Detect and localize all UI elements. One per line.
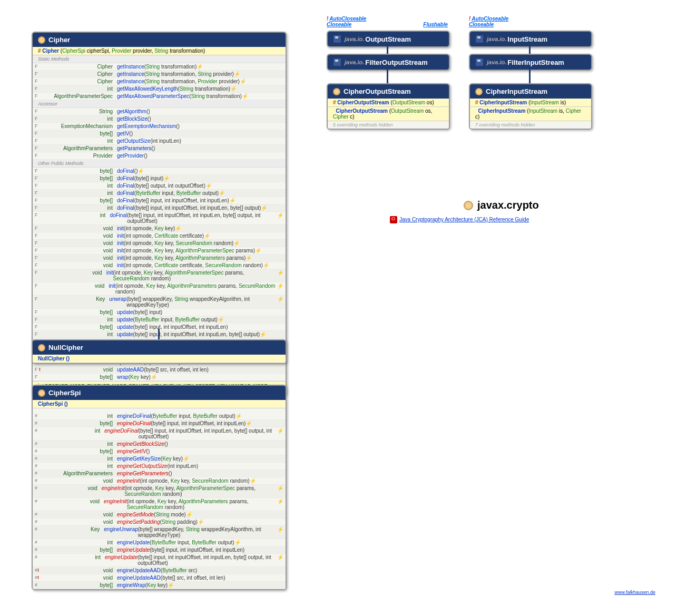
cipherinputstream-box: CipherInputStream # CipherInputStream (I… [469,83,592,130]
method-row: #voidengineInit (int opmode, Key key, Al… [33,485,286,498]
footer-link[interactable]: www.falkhausen.de [614,590,655,595]
method-row: #AlgorithmParametersengineGetParameters … [33,470,286,477]
static-section-label: Static Methods [33,55,286,63]
method-row: #intengineDoFinal (byte[] input, int inp… [33,427,286,441]
disk-icon [333,35,341,43]
method-row: FCiphergetInstance (String transformatio… [33,63,286,71]
cipher-title: Cipher [48,36,70,44]
nullcipher-constructor: NullCipher () [33,355,286,363]
method-row: #byte[]engineWrap (Key key) ⚡ [33,582,286,589]
method-row: FExemptionMechanismgetExemptionMechanism… [33,123,286,130]
cos-cons-2: CipherOutputStream (OutputStream os, Cip… [328,107,449,121]
method-row: #voidengineSetMode (String mode) ⚡ [33,511,286,519]
cipherspi-header: CipherSpi [33,386,286,400]
reference-link[interactable]: Java Cryptography Architecture (JCA) Ref… [390,216,529,223]
other-section-label: Other Public Methods [33,160,286,168]
inputstream-interfaces: !AutoCloseable Closeable [469,16,508,27]
method-row: FCiphergetInstance (String transformatio… [33,71,286,78]
method-row: FAlgorithmParametersgetParameters () [33,145,286,152]
disk-icon [475,58,484,66]
method-row: Fbyte[]getIV () [33,130,286,138]
method-row: Fintupdate (ByteBuffer input, ByteBuffer… [33,316,286,324]
method-row: FintgetOutputSize (int inputLen) [33,138,286,145]
method-row: Fbyte[]update (byte[] input) [33,309,286,316]
cipher-header: Cipher [33,33,286,47]
method-row: F !voidupdateAAD (byte[] src, int offset… [33,366,286,374]
method-row: #byte[]engineDoFinal (byte[] input, int … [33,420,286,427]
method-row: FStringgetAlgorithm () [33,108,286,115]
cis-cons-1: # CipherInputStream (InputStream is) [470,99,591,107]
accessor-section-label: Accessor [33,100,286,108]
cipheroutputstream-header: CipherOutputStream [328,84,449,99]
method-row: Fbyte[]doFinal (byte[] input, int inputO… [33,197,286,204]
method-row: #intengineGetKeySize (Key key) ⚡ [33,455,286,463]
connector-fis-cis [529,70,531,83]
method-row: FAlgorithmParameterSpecgetMaxAllowedPara… [33,93,286,100]
inputstream-header: java.io.InputStream [470,32,591,46]
nullcipher-class-box: NullCipher NullCipher () [32,339,287,364]
connector-fos-cos [387,70,388,83]
method-row: FintdoFinal (byte[] output, int outputOf… [33,182,286,190]
package-label: javax.crypto [464,199,539,211]
filterinputstream-box: java.io.FilterInputStream [469,54,592,71]
method-row: Fvoidinit (int opmode, Key key, Algorith… [33,255,286,262]
outputstream-interfaces: !AutoCloseable Closeable Flushable [327,16,448,27]
method-row: #!voidengineUpdateAAD (byte[] src, int o… [33,574,286,582]
method-row: FintdoFinal (byte[] input, int inputOffs… [33,204,286,212]
outputstream-header: java.io.OutputStream [328,32,449,46]
method-row: Fvoidinit (int opmode, Certificate certi… [33,262,286,269]
outputstream-box: java.io.OutputStream [327,31,450,47]
cipherspi-class-box: CipherSpi CipherSpi () #intengineDoFinal… [32,385,287,590]
nullcipher-header: NullCipher [33,340,286,355]
class-icon [333,88,340,95]
method-row: #voidengineInit (int opmode, Key key, Al… [33,498,286,511]
method-row: FKeyunwrap (byte[] wrappedKey, String wr… [33,296,286,309]
method-row: Fbyte[]wrap (Key key) ⚡ [33,374,286,381]
filteroutputstream-header: java.io.FilterOutputStream [328,55,449,70]
cis-hidden: 7 overriding methods hidden [470,121,591,129]
method-row: Fvoidinit (int opmode, Key key, Algorith… [33,282,286,296]
connector-os-fos [387,46,388,54]
class-icon [38,389,45,397]
method-row: FintgetBlockSize () [33,115,286,123]
method-row: Fvoidinit (int opmode, Certificate certi… [33,232,286,240]
cipherspi-constructor: CipherSpi () [33,400,286,408]
filteroutputstream-box: java.io.FilterOutputStream [327,54,450,71]
cipherinputstream-title: CipherInputStream [486,87,547,95]
filterinputstream-header: java.io.FilterInputStream [470,55,591,70]
method-row: FProvidergetProvider () [33,152,286,160]
class-icon [464,201,473,210]
class-icon [38,36,45,44]
method-row: #intengineUpdate (ByteBuffer input, Byte… [33,539,286,546]
disk-icon [333,58,341,66]
cis-cons-2: CipherInputStream (InputStream is, Ciphe… [470,107,591,121]
method-row: Fbyte[]doFinal () ⚡ [33,168,286,175]
connector-cipher-nullcipher [158,329,160,339]
class-icon [38,344,45,351]
method-row: #KeyengineUnwrap (byte[] wrappedKey, Str… [33,526,286,539]
inputstream-box: java.io.InputStream [469,31,592,47]
class-icon [475,88,483,95]
nullcipher-title: NullCipher [48,344,83,351]
method-row: Fvoidinit (int opmode, Key key, SecureRa… [33,240,286,247]
method-row: Fvoidinit (int opmode, Key key, Algorith… [33,269,286,282]
method-row: #intengineGetOutputSize (int inputLen) [33,463,286,470]
method-row: #byte[]engineUpdate (byte[] input, int i… [33,546,286,554]
method-row: FCiphergetInstance (String transformatio… [33,78,286,85]
cipheroutputstream-title: CipherOutputStream [344,87,411,95]
disk-icon [475,35,484,43]
cipherinputstream-header: CipherInputStream [470,84,591,99]
cos-hidden: 5 overriding methods hidden [328,121,449,129]
method-row: Fvoidinit (int opmode, Key key, Algorith… [33,247,286,255]
method-row: Fbyte[]doFinal (byte[] input) ⚡ [33,175,286,182]
cipheroutputstream-box: CipherOutputStream # CipherOutputStream … [327,83,450,130]
cos-cons-1: # CipherOutputStream (OutputStream os) [328,99,449,107]
method-row: FintdoFinal (ByteBuffer input, ByteBuffe… [33,190,286,197]
method-row: FintdoFinal (byte[] input, int inputOffs… [33,212,286,225]
method-row: Fvoidinit (int opmode, Key key) ⚡ [33,225,286,232]
method-row: #voidengineInit (int opmode, Key key, Se… [33,477,286,485]
method-row: #intengineGetBlockSize () [33,441,286,448]
cipherspi-title: CipherSpi [48,389,81,397]
method-row: #voidengineSetPadding (String padding) ⚡ [33,519,286,526]
method-row: #intengineUpdate (byte[] input, int inpu… [33,554,286,567]
